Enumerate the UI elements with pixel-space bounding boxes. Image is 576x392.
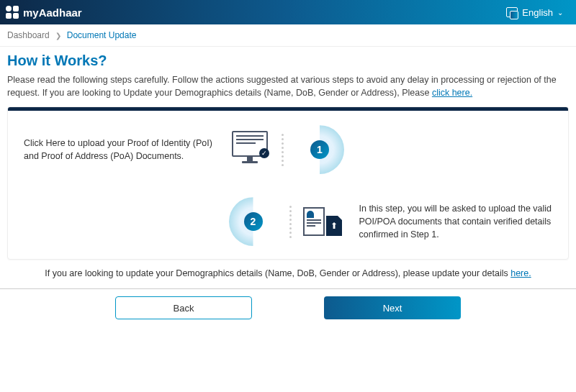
language-label: English [522, 7, 553, 18]
app-header: myAadhaar English ⌄ [0, 0, 576, 24]
step-1-text: Click Here to upload your Proof of Ident… [24, 137, 218, 163]
step-2-row: 2 ⬆ In this step, you will be asked to u… [24, 197, 552, 246]
chevron-down-icon: ⌄ [557, 9, 563, 17]
step-2-text: In this step, you will be asked to uploa… [354, 202, 553, 241]
intro-click-here-link[interactable]: click here. [432, 88, 472, 98]
separator-dots [282, 134, 284, 166]
translate-icon [506, 7, 518, 17]
chevron-right-icon: ❯ [55, 32, 61, 40]
language-selector[interactable]: English ⌄ [506, 7, 563, 18]
steps-card: Click Here to upload your Proof of Ident… [7, 106, 569, 260]
app-name: myAadhaar [23, 6, 82, 19]
step-1-row: Click Here to upload your Proof of Ident… [24, 125, 552, 174]
intro-text: Please read the following steps carefull… [7, 73, 569, 99]
footer-note: If you are looking to update your Demogr… [7, 268, 569, 278]
breadcrumb: Dashboard ❯ Document Update [0, 24, 576, 47]
step-2-badge: 2 [229, 197, 278, 246]
back-button[interactable]: Back [115, 296, 252, 319]
page-content: How it Works? Please read the following … [0, 47, 576, 278]
page-title: How it Works? [7, 53, 569, 69]
footer-here-link[interactable]: here. [510, 268, 531, 278]
step-1-badge: 1 [295, 125, 344, 174]
button-bar: Back Next [0, 289, 576, 327]
separator-dots [289, 206, 292, 238]
breadcrumb-root[interactable]: Dashboard [7, 30, 50, 40]
monitor-check-icon: ✓ [230, 131, 270, 168]
next-button[interactable]: Next [324, 296, 461, 319]
breadcrumb-current[interactable]: Document Update [67, 30, 137, 40]
logo[interactable]: myAadhaar [6, 6, 82, 19]
document-upload-icon: ⬆ [303, 207, 342, 236]
logo-grid-icon [6, 6, 19, 19]
